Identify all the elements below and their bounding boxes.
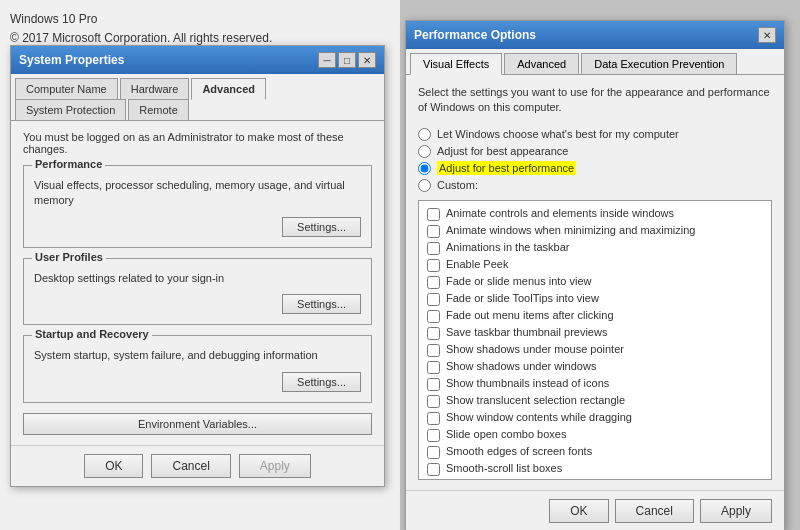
checkbox-13[interactable] [427, 429, 440, 442]
tab-data-execution[interactable]: Data Execution Prevention [581, 53, 737, 74]
perf-options-title: Performance Options [414, 28, 536, 42]
checkbox-label: Show thumbnails instead of icons [446, 377, 609, 389]
checkbox-label: Animate windows when minimizing and maxi… [446, 224, 695, 236]
environment-variables-button[interactable]: Environment Variables... [23, 413, 372, 435]
user-profiles-section: User Profiles Desktop settings related t… [23, 258, 372, 325]
checkbox-item: Fade or slide ToolTips into view [427, 292, 763, 306]
checkbox-8[interactable] [427, 344, 440, 357]
checkbox-label: Fade or slide menus into view [446, 275, 592, 287]
perf-cancel-button[interactable]: Cancel [615, 499, 694, 523]
close-button[interactable]: ✕ [358, 52, 376, 68]
radio-let-windows-choose: Let Windows choose what's best for my co… [418, 128, 772, 141]
startup-recovery-label: Startup and Recovery [32, 328, 152, 340]
checkbox-item: Smooth edges of screen fonts [427, 445, 763, 459]
apply-button[interactable]: Apply [239, 454, 311, 478]
checkbox-label: Smooth edges of screen fonts [446, 445, 592, 457]
checkbox-2[interactable] [427, 242, 440, 255]
checkbox-label: Show shadows under windows [446, 360, 596, 372]
user-profiles-btn-row: Settings... [34, 294, 361, 314]
checkbox-item: Show shadows under windows [427, 360, 763, 374]
perf-options-content: Select the settings you want to use for … [406, 75, 784, 490]
tab-remote[interactable]: Remote [128, 99, 189, 120]
tab-computer-name[interactable]: Computer Name [15, 78, 118, 99]
perf-ok-button[interactable]: OK [549, 499, 608, 523]
checkbox-item: Enable Peek [427, 258, 763, 272]
checkbox-14[interactable] [427, 446, 440, 459]
perf-apply-button[interactable]: Apply [700, 499, 772, 523]
tab-advanced[interactable]: Advanced [191, 78, 266, 100]
maximize-button[interactable]: □ [338, 52, 356, 68]
visual-effects-radio-group: Let Windows choose what's best for my co… [418, 128, 772, 192]
checkbox-item: Animate windows when minimizing and maxi… [427, 224, 763, 238]
tab-hardware[interactable]: Hardware [120, 78, 190, 99]
checkbox-10[interactable] [427, 378, 440, 391]
checkbox-0[interactable] [427, 208, 440, 221]
startup-recovery-btn-row: Settings... [34, 372, 361, 392]
sys-props-titlebar: System Properties ─ □ ✕ [11, 46, 384, 74]
tab-visual-effects[interactable]: Visual Effects [410, 53, 502, 75]
checkbox-5[interactable] [427, 293, 440, 306]
tab-system-protection[interactable]: System Protection [15, 99, 126, 120]
sys-props-footer: OK Cancel Apply [11, 445, 384, 486]
checkbox-12[interactable] [427, 412, 440, 425]
radio-let-windows-label: Let Windows choose what's best for my co… [437, 128, 679, 140]
radio-best-appearance-label: Adjust for best appearance [437, 145, 568, 157]
checkbox-label: Smooth-scroll list boxes [446, 462, 562, 474]
system-properties-dialog: System Properties ─ □ ✕ Computer Name Ha… [10, 45, 385, 487]
radio-best-performance-label: Adjust for best performance [437, 162, 576, 174]
checkbox-11[interactable] [427, 395, 440, 408]
checkbox-9[interactable] [427, 361, 440, 374]
radio-best-performance: Adjust for best performance [418, 162, 772, 175]
checkbox-label: Fade out menu items after clicking [446, 309, 614, 321]
checkbox-item: Animate controls and elements inside win… [427, 207, 763, 221]
checkbox-label: Show translucent selection rectangle [446, 394, 625, 406]
performance-options-dialog: Performance Options ✕ Visual Effects Adv… [405, 20, 785, 530]
checkbox-label: Show window contents while dragging [446, 411, 632, 423]
checkbox-label: Enable Peek [446, 258, 508, 270]
ok-button[interactable]: OK [84, 454, 143, 478]
user-profiles-settings-button[interactable]: Settings... [282, 294, 361, 314]
checkbox-item: Fade or slide menus into view [427, 275, 763, 289]
admin-note: You must be logged on as an Administrato… [23, 131, 372, 155]
radio-custom-input[interactable] [418, 179, 431, 192]
radio-best-appearance-input[interactable] [418, 145, 431, 158]
startup-recovery-settings-button[interactable]: Settings... [282, 372, 361, 392]
performance-btn-row: Settings... [34, 217, 361, 237]
checkbox-item: Show thumbnails instead of icons [427, 377, 763, 391]
checkbox-1[interactable] [427, 225, 440, 238]
radio-best-appearance: Adjust for best appearance [418, 145, 772, 158]
user-profiles-label: User Profiles [32, 251, 106, 263]
radio-let-windows-input[interactable] [418, 128, 431, 141]
user-profiles-desc: Desktop settings related to your sign-in [34, 271, 361, 286]
checkbox-6[interactable] [427, 310, 440, 323]
checkbox-label: Use drop shadows for icon labels on the … [446, 479, 683, 480]
checkbox-15[interactable] [427, 463, 440, 476]
perf-options-titlebar: Performance Options ✕ [406, 21, 784, 49]
checkbox-4[interactable] [427, 276, 440, 289]
tab-advanced[interactable]: Advanced [504, 53, 579, 74]
bg-header: Windows 10 Pro © 2017 Microsoft Corporat… [10, 10, 390, 48]
checkbox-3[interactable] [427, 259, 440, 272]
checkbox-item: Save taskbar thumbnail previews [427, 326, 763, 340]
checkbox-item: Slide open combo boxes [427, 428, 763, 442]
checkbox-7[interactable] [427, 327, 440, 340]
checkbox-item: Fade out menu items after clicking [427, 309, 763, 323]
performance-section: Performance Visual effects, processor sc… [23, 165, 372, 248]
checkbox-label: Save taskbar thumbnail previews [446, 326, 607, 338]
sys-props-title: System Properties [19, 53, 124, 67]
perf-close-button[interactable]: ✕ [758, 27, 776, 43]
sys-props-content: You must be logged on as an Administrato… [11, 121, 384, 445]
cancel-button[interactable]: Cancel [151, 454, 230, 478]
checkbox-item: Show translucent selection rectangle [427, 394, 763, 408]
radio-best-performance-input[interactable] [418, 162, 431, 175]
checkbox-item: Show shadows under mouse pointer [427, 343, 763, 357]
perf-description: Select the settings you want to use for … [418, 85, 772, 116]
performance-label: Performance [32, 158, 105, 170]
highlighted-text: Adjust for best performance [437, 161, 576, 175]
radio-custom-label: Custom: [437, 179, 478, 191]
radio-custom: Custom: [418, 179, 772, 192]
minimize-button[interactable]: ─ [318, 52, 336, 68]
checkbox-label: Show shadows under mouse pointer [446, 343, 624, 355]
checkbox-label: Fade or slide ToolTips into view [446, 292, 599, 304]
performance-settings-button[interactable]: Settings... [282, 217, 361, 237]
